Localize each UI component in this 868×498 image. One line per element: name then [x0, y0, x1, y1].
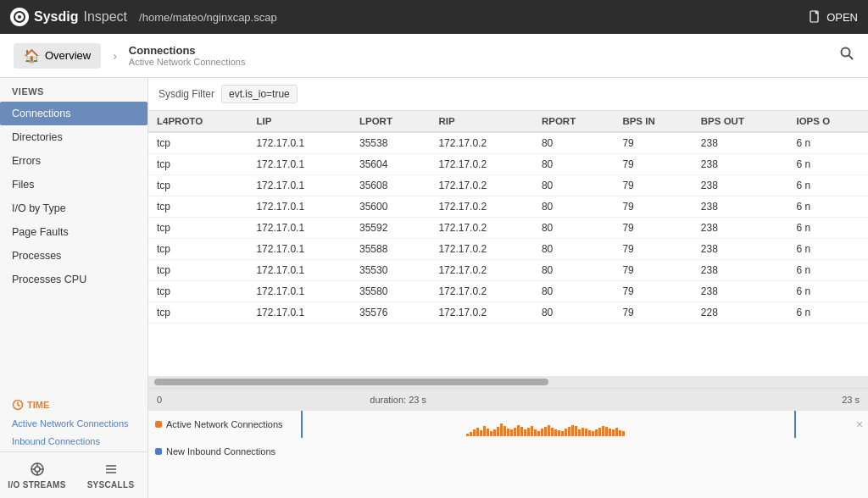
timeline-label-inbound: New Inbound Connections: [148, 446, 297, 456]
io-streams-label: I/O STREAMS: [8, 480, 65, 490]
chart-bar: [514, 428, 516, 436]
table-cell: 79: [614, 281, 692, 302]
chart-bar: [466, 434, 469, 436]
topbar: Sysdig Inspect /home/mateo/nginxcap.scap…: [0, 0, 868, 34]
filter-value[interactable]: evt.is_io=true: [221, 85, 298, 103]
table-row[interactable]: tcp172.17.0.135530172.17.0.280792386 n: [148, 260, 868, 281]
table-cell: 238: [693, 239, 788, 260]
inbound-connections-timeline-label[interactable]: Inbound Connections: [0, 434, 147, 451]
breadcrumb-chevron: ›: [113, 49, 117, 63]
sidebar-item-errors[interactable]: Errors: [0, 149, 147, 173]
table-cell: 238: [693, 281, 788, 302]
table-row[interactable]: tcp172.17.0.135588172.17.0.280792386 n: [148, 239, 868, 260]
sidebar-item-connections[interactable]: Connections: [0, 102, 147, 125]
chart-bar: [476, 428, 479, 436]
col-bps-out[interactable]: BPS OUT: [693, 111, 788, 132]
table-row[interactable]: tcp172.17.0.135604172.17.0.280792386 n: [148, 154, 868, 175]
col-rip[interactable]: RIP: [430, 111, 533, 132]
chart-bar: [578, 429, 581, 436]
table-cell: 79: [614, 196, 692, 218]
chart-bar: [605, 427, 608, 436]
sidebar-item-page-faults[interactable]: Page Faults: [0, 220, 147, 244]
chart-bar: [609, 429, 611, 436]
table-cell: 80: [533, 154, 614, 175]
table-row[interactable]: tcp172.17.0.135538172.17.0.280792386 n: [148, 132, 868, 154]
table-cell: 6 n: [787, 175, 868, 196]
sidebar-nav: Connections Directories Errors Files I/O…: [0, 102, 147, 394]
table-cell: 172.17.0.2: [430, 154, 533, 175]
table-cell: 35580: [351, 281, 430, 302]
col-iops[interactable]: IOPS O: [787, 111, 868, 132]
close-active-row[interactable]: ×: [851, 418, 868, 431]
table-cell: 172.17.0.1: [248, 196, 351, 218]
chart-bar: [622, 431, 625, 436]
sidebar-item-io-by-type[interactable]: I/O by Type: [0, 196, 147, 220]
table-row[interactable]: tcp172.17.0.135600172.17.0.280792386 n: [148, 196, 868, 218]
table-cell: 172.17.0.2: [430, 239, 533, 260]
col-bps-in[interactable]: BPS IN: [614, 111, 692, 132]
open-button[interactable]: OPEN: [809, 10, 858, 24]
table-cell: 35576: [351, 302, 430, 324]
table-cell: 6 n: [787, 239, 868, 260]
col-lport[interactable]: LPORT: [351, 111, 430, 132]
table-row[interactable]: tcp172.17.0.135592172.17.0.280792386 n: [148, 218, 868, 239]
chart-bar: [588, 430, 591, 436]
home-label: Overview: [45, 49, 91, 62]
time-section: TIME: [0, 394, 147, 416]
table-cell: 35608: [351, 175, 430, 196]
chart-bar: [581, 428, 584, 436]
table-cell: tcp: [148, 132, 248, 154]
search-button[interactable]: [839, 46, 854, 65]
table-cell: 172.17.0.2: [430, 281, 533, 302]
chart-bar: [493, 429, 496, 436]
home-button[interactable]: 🏠 Overview: [14, 43, 101, 69]
table-cell: 80: [533, 218, 614, 239]
col-l4proto[interactable]: L4PROTO: [148, 111, 248, 132]
timeline-end-marker: [794, 411, 796, 438]
col-lip[interactable]: LIP: [248, 111, 351, 132]
table-cell: 172.17.0.1: [248, 260, 351, 281]
chart-inbound: [297, 438, 868, 465]
table-cell: 238: [693, 218, 788, 239]
table-cell: 80: [533, 239, 614, 260]
table-cell: 6 n: [787, 196, 868, 218]
timeline-end: 23 s: [842, 395, 860, 405]
open-label: OPEN: [826, 11, 858, 24]
table-cell: 79: [614, 132, 692, 154]
chart-bar: [517, 425, 520, 436]
table-row[interactable]: tcp172.17.0.135576172.17.0.280792286 n: [148, 302, 868, 324]
syscalls-button[interactable]: SYSCALLS: [74, 452, 147, 498]
orange-bars: [297, 411, 851, 438]
horizontal-scrollbar[interactable]: [148, 376, 868, 388]
table-cell: 35600: [351, 196, 430, 218]
scrollbar-thumb[interactable]: [154, 379, 548, 385]
clock-icon: [12, 399, 24, 411]
sidebar-item-directories[interactable]: Directories: [0, 125, 147, 149]
chart-bar: [497, 427, 499, 436]
chart-bar: [565, 429, 567, 436]
table-container[interactable]: L4PROTO LIP LPORT RIP RPORT BPS IN BPS O…: [148, 111, 868, 376]
active-connections-timeline-label[interactable]: Active Network Connections: [0, 416, 147, 434]
table-cell: 172.17.0.1: [248, 154, 351, 175]
chart-bar: [585, 429, 587, 436]
chart-bar: [548, 425, 550, 436]
table-row[interactable]: tcp172.17.0.135608172.17.0.280792386 n: [148, 175, 868, 196]
table-cell: tcp: [148, 196, 248, 218]
views-label: VIEWS: [0, 78, 147, 102]
table-cell: tcp: [148, 302, 248, 324]
io-streams-icon: [29, 461, 46, 478]
chart-bar: [483, 426, 486, 436]
breadcrumb-titles: Connections Active Network Connections: [129, 44, 246, 67]
sidebar-item-processes[interactable]: Processes: [0, 244, 147, 268]
table-row[interactable]: tcp172.17.0.135580172.17.0.280792386 n: [148, 281, 868, 302]
breadcrumb-subtitle: Active Network Connections: [129, 57, 246, 67]
io-streams-button[interactable]: I/O STREAMS: [0, 452, 74, 498]
inbound-connections-label: New Inbound Connections: [166, 446, 275, 456]
table-cell: 172.17.0.1: [248, 239, 351, 260]
table-cell: 80: [533, 175, 614, 196]
filter-label: Sysdig Filter: [159, 88, 214, 100]
sidebar-item-processes-cpu[interactable]: Processes CPU: [0, 268, 147, 291]
sidebar-item-files[interactable]: Files: [0, 173, 147, 196]
chart-bar: [507, 429, 509, 436]
col-rport[interactable]: RPORT: [533, 111, 614, 132]
